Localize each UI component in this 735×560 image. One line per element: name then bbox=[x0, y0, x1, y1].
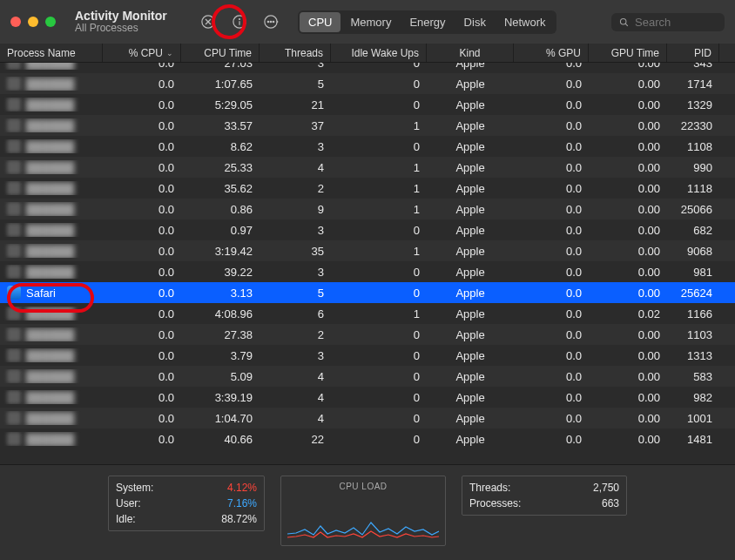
cpu-load-graph-panel: CPU LOAD bbox=[280, 476, 446, 546]
column-header[interactable]: Process Name bbox=[0, 44, 103, 62]
cell: 0.0 bbox=[514, 203, 589, 216]
cell: 0 bbox=[331, 349, 427, 362]
cell: 0.0 bbox=[103, 119, 181, 132]
column-header[interactable]: Idle Wake Ups bbox=[331, 44, 427, 62]
user-label: User: bbox=[116, 497, 141, 509]
table-row[interactable]: ██████0.00.9730Apple0.00.00682 bbox=[0, 219, 735, 240]
svg-point-7 bbox=[267, 21, 269, 23]
cpu-usage-panel: System: 4.12% User: 7.16% Idle: 88.72% bbox=[108, 476, 265, 531]
cell: 0.0 bbox=[514, 182, 589, 195]
tab-energy[interactable]: Energy bbox=[401, 12, 454, 32]
table-row[interactable]: ██████0.025.3341Apple0.00.00990 bbox=[0, 157, 735, 178]
column-header[interactable]: % GPU bbox=[514, 44, 589, 62]
cell: 0.00 bbox=[589, 98, 667, 111]
more-options-button[interactable] bbox=[260, 10, 282, 33]
cell: Apple bbox=[427, 245, 514, 258]
cell: Apple bbox=[427, 161, 514, 174]
column-header[interactable]: Threads bbox=[260, 44, 331, 62]
cell: 5 bbox=[260, 287, 331, 300]
stop-process-button[interactable] bbox=[197, 10, 219, 33]
column-header[interactable]: Kind bbox=[427, 44, 514, 62]
table-row[interactable]: ██████0.01:04.7040Apple0.00.001001 bbox=[0, 408, 735, 428]
cell: 0.0 bbox=[103, 182, 181, 195]
idle-label: Idle: bbox=[116, 513, 136, 525]
tab-memory[interactable]: Memory bbox=[341, 12, 400, 32]
cell: 1 bbox=[331, 307, 427, 320]
process-name-label: ██████ bbox=[26, 266, 74, 279]
table-row[interactable]: ██████0.03.7930Apple0.00.001313 bbox=[0, 345, 735, 366]
table-row[interactable]: ██████0.05.0940Apple0.00.00583 bbox=[0, 366, 735, 387]
cell: 0.0 bbox=[514, 370, 589, 383]
title-block: Activity Monitor All Processes bbox=[75, 10, 188, 35]
window-minimize-button[interactable] bbox=[28, 17, 38, 27]
process-name-label: ██████ bbox=[26, 119, 74, 132]
table-row[interactable]: ██████0.03:39.1940Apple0.00.00982 bbox=[0, 387, 735, 408]
process-name-label: ██████ bbox=[26, 182, 74, 195]
search-input[interactable] bbox=[635, 16, 713, 29]
app-icon bbox=[7, 160, 21, 174]
column-header[interactable]: PID bbox=[667, 44, 719, 62]
table-row[interactable]: ██████0.00.8691Apple0.00.0025066 bbox=[0, 199, 735, 219]
cell: 3 bbox=[260, 224, 331, 237]
cell: 0.00 bbox=[589, 224, 667, 237]
tab-cpu[interactable]: CPU bbox=[300, 12, 341, 32]
cell: Apple bbox=[427, 98, 514, 111]
app-icon bbox=[7, 63, 21, 70]
process-name-label: ██████ bbox=[26, 307, 74, 320]
process-name-label: ██████ bbox=[26, 370, 74, 383]
app-icon bbox=[7, 244, 21, 258]
table-row[interactable]: ██████0.01:07.6550Apple0.00.001714 bbox=[0, 73, 735, 94]
cell: Apple bbox=[427, 266, 514, 279]
tab-disk[interactable]: Disk bbox=[455, 12, 495, 32]
cell: 0.0 bbox=[103, 161, 181, 174]
cell: 0.0 bbox=[103, 307, 181, 320]
app-icon bbox=[7, 411, 21, 425]
table-row[interactable]: ██████0.08.6230Apple0.00.001108 bbox=[0, 136, 735, 157]
app-icon bbox=[7, 223, 21, 237]
cell: 9068 bbox=[667, 245, 719, 258]
cell: 981 bbox=[667, 266, 719, 279]
cell: 0.0 bbox=[103, 78, 181, 91]
column-header[interactable]: GPU Time bbox=[589, 44, 667, 62]
tab-network[interactable]: Network bbox=[496, 12, 555, 32]
cell: 2 bbox=[260, 328, 331, 341]
cell: 0.0 bbox=[103, 287, 181, 300]
cell: 0.0 bbox=[103, 245, 181, 258]
column-header[interactable]: CPU Time bbox=[181, 44, 260, 62]
window-close-button[interactable] bbox=[10, 17, 21, 27]
table-row[interactable]: ██████0.033.57371Apple0.00.0022330 bbox=[0, 115, 735, 136]
table-row[interactable]: ██████0.027.0330Apple0.00.00343 bbox=[0, 63, 735, 73]
window-maximize-button[interactable] bbox=[45, 17, 56, 27]
table-row-selected[interactable]: Safari0.03.1350Apple0.00.0025624 bbox=[0, 282, 735, 303]
cell: 0.0 bbox=[514, 119, 589, 132]
cell: 0.0 bbox=[514, 224, 589, 237]
cell: 1103 bbox=[667, 328, 719, 341]
info-button[interactable] bbox=[228, 10, 251, 33]
table-row[interactable]: ██████0.040.66220Apple0.00.001481 bbox=[0, 428, 735, 449]
cell: 27.03 bbox=[181, 63, 260, 70]
table-row[interactable]: ██████0.027.3820Apple0.00.001103 bbox=[0, 324, 735, 345]
cell: 0 bbox=[331, 224, 427, 237]
cell: 0.0 bbox=[514, 78, 589, 91]
window-subtitle: All Processes bbox=[75, 23, 188, 34]
cell: 0 bbox=[331, 63, 427, 70]
cell: 0 bbox=[331, 328, 427, 341]
table-row[interactable]: ██████0.03:19.42351Apple0.00.009068 bbox=[0, 240, 735, 261]
table-row[interactable]: ██████0.05:29.05210Apple0.00.001329 bbox=[0, 94, 735, 115]
svg-point-9 bbox=[273, 21, 274, 23]
cell: 25624 bbox=[667, 287, 719, 300]
cell: 3:19.42 bbox=[181, 245, 260, 258]
table-row[interactable]: ██████0.039.2230Apple0.00.00981 bbox=[0, 261, 735, 282]
cell: 33.57 bbox=[181, 119, 260, 132]
cell: 4 bbox=[260, 370, 331, 383]
column-header[interactable]: % CPU⌄ bbox=[103, 44, 181, 62]
search-field[interactable] bbox=[611, 13, 725, 31]
cell: Apple bbox=[427, 182, 514, 195]
table-row[interactable]: ██████0.035.6221Apple0.00.001118 bbox=[0, 178, 735, 199]
app-icon bbox=[7, 348, 21, 362]
threads-value: 2,750 bbox=[593, 482, 619, 494]
table-row[interactable]: ██████0.04:08.9661Apple0.00.021166 bbox=[0, 303, 735, 324]
process-name-label: ██████ bbox=[26, 391, 74, 404]
cell: 9 bbox=[260, 203, 331, 216]
cell: 22330 bbox=[667, 119, 719, 132]
